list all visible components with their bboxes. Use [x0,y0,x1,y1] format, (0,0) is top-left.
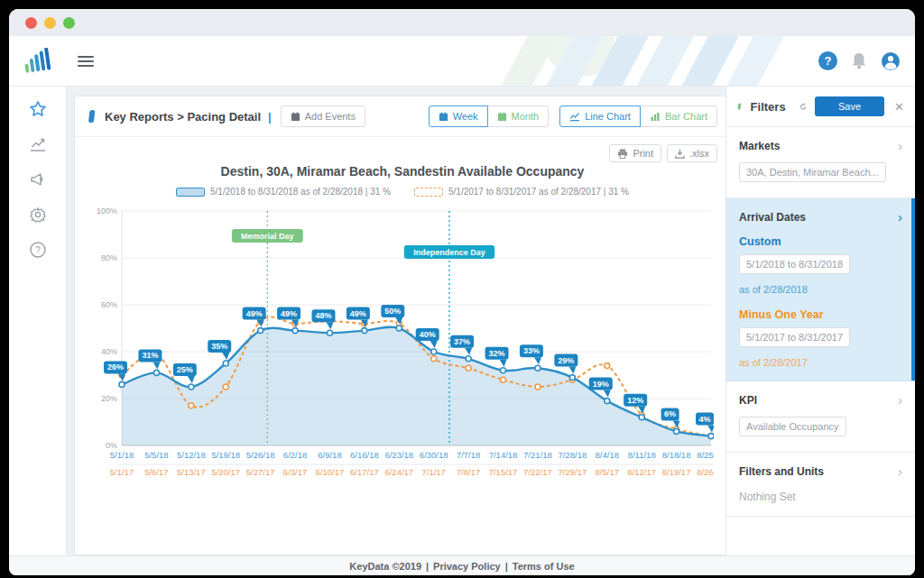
data-point[interactable] [189,403,194,408]
help-icon[interactable]: ? [818,51,837,70]
data-point[interactable] [396,326,402,331]
legend-label-current: 5/1/2018 to 8/31/2018 as of 2/28/2018 | … [210,187,391,197]
markets-value[interactable]: 30A, Destin, Miramar Beach... [739,162,886,182]
data-label: 29% [558,356,574,365]
x-axis-date-current: 6/9/18 [318,450,341,460]
x-axis-date-current: 7/7/18 [457,450,480,460]
data-label: 49% [350,309,366,318]
x-axis-date-previous: 7/8/17 [457,467,480,477]
filters-units-header[interactable]: Filters and Units › [739,464,902,478]
section-markets: Markets › 30A, Destin, Miramar Beach... [726,127,915,198]
data-point[interactable] [223,361,228,366]
data-label: 40% [420,330,436,339]
terms-of-use-link[interactable]: Terms of Use [513,561,575,572]
custom-range-value[interactable]: 5/1/2018 to 8/31/2018 [739,254,850,274]
y-axis-tick-label: 60% [101,300,117,309]
sidebar-item-favorites[interactable] [26,97,50,121]
sidebar-item-reports[interactable] [26,133,50,156]
data-point[interactable] [119,381,125,387]
markets-header[interactable]: Markets › [739,139,902,152]
x-axis-date-previous: 5/20/17 [211,467,240,477]
bar-chart-icon [650,112,661,122]
data-point[interactable] [501,377,506,382]
data-point[interactable] [431,356,437,362]
arrival-dates-header[interactable]: Arrival Dates › [739,210,902,224]
privacy-policy-link[interactable]: Privacy Policy [433,561,501,572]
data-point[interactable] [223,384,228,390]
data-point[interactable] [153,370,159,375]
kpi-header[interactable]: KPI › [739,393,902,407]
data-point[interactable] [327,330,332,335]
data-point[interactable] [292,328,298,334]
data-point[interactable] [535,384,541,390]
data-point[interactable] [674,428,679,434]
footer-separator: | [505,561,508,572]
data-point[interactable] [639,415,644,420]
breadcrumb-divider: | [268,110,272,124]
export-xlsx-button[interactable]: .xlsx [667,144,717,162]
x-axis-date-previous: 6/10/17 [316,467,345,477]
section-arrival-dates: Arrival Dates › Custom 5/1/2018 to 8/31/… [726,198,915,381]
minimize-window-button[interactable] [44,17,56,29]
x-axis-date-previous: 6/17/17 [350,467,379,477]
sidebar-item-help[interactable]: ? [26,238,50,261]
data-label-pointer [152,362,160,369]
data-label: 35% [211,342,227,351]
section-filters-units: Filters and Units › Nothing Set [726,453,915,517]
data-label-pointer [534,357,541,364]
data-point[interactable] [605,363,610,369]
week-button[interactable]: Week [429,106,488,127]
data-point[interactable] [501,368,506,373]
kpi-value[interactable]: Available Occupancy [739,417,846,436]
save-button[interactable]: Save [815,96,884,116]
maximize-window-button[interactable] [63,17,75,29]
data-point[interactable] [362,328,367,334]
x-axis-date-current: 5/1/18 [110,450,134,460]
data-label: 50% [384,307,401,316]
x-axis-date-previous: 8/19/17 [662,467,691,477]
bar-chart-button[interactable]: Bar Chart [640,106,717,127]
refresh-icon[interactable] [799,100,807,114]
data-point[interactable] [569,375,575,381]
close-window-button[interactable] [25,17,37,29]
x-axis-date-current: 8/25/18 [697,450,714,460]
data-point[interactable] [535,365,541,371]
data-point[interactable] [708,434,714,439]
user-avatar-icon[interactable] [881,51,901,71]
week-label: Week [453,111,478,122]
add-events-button[interactable]: Add Events [281,106,365,127]
data-label-pointer [326,322,333,329]
line-chart-button[interactable]: Line Chart [559,106,641,127]
custom-asof-label: as of 2/28/2018 [739,284,902,295]
pacing-line-chart: 0%20%40%60%80%100%Memorial DayIndependen… [91,202,714,480]
data-point[interactable] [466,365,471,371]
sidebar-item-announcements[interactable] [26,168,50,191]
month-label: Month [512,111,540,122]
printer-icon [617,149,628,159]
data-label-pointer [188,376,195,383]
x-axis-date-previous: 6/3/17 [283,467,307,477]
month-button[interactable]: Month [487,106,550,127]
minus-asof-label: as of 2/28/2017 [739,357,902,368]
minus-one-year-value[interactable]: 5/1/2017 to 8/31/2017 [739,327,850,347]
chart-legend: 5/1/2018 to 8/31/2018 as of 2/28/2018 | … [75,187,730,197]
data-point[interactable] [258,328,263,334]
breadcrumb[interactable]: Key Reports > Pacing Detail | [88,109,272,124]
x-axis-date-previous: 8/12/17 [627,467,656,477]
x-axis-date-current: 5/26/18 [246,450,275,460]
data-point[interactable] [605,399,610,404]
data-point[interactable] [466,356,471,362]
data-label-pointer [707,426,714,433]
notifications-bell-icon[interactable] [850,51,868,71]
sidebar-item-settings[interactable] [26,203,50,226]
filters-panel: Filters Save ✕ Markets › 30A, Destin, Mi… [725,87,915,555]
chevron-right-icon: › [898,210,902,224]
x-axis-date-previous: 6/24/17 [384,467,413,477]
print-button[interactable]: Print [609,144,661,162]
menu-toggle-icon[interactable] [78,56,94,67]
close-filters-icon[interactable]: ✕ [894,100,904,114]
bar-chart-label: Bar Chart [665,111,707,122]
data-point[interactable] [189,384,194,390]
data-point[interactable] [431,349,437,354]
x-axis-date-previous: 7/15/17 [489,467,518,477]
